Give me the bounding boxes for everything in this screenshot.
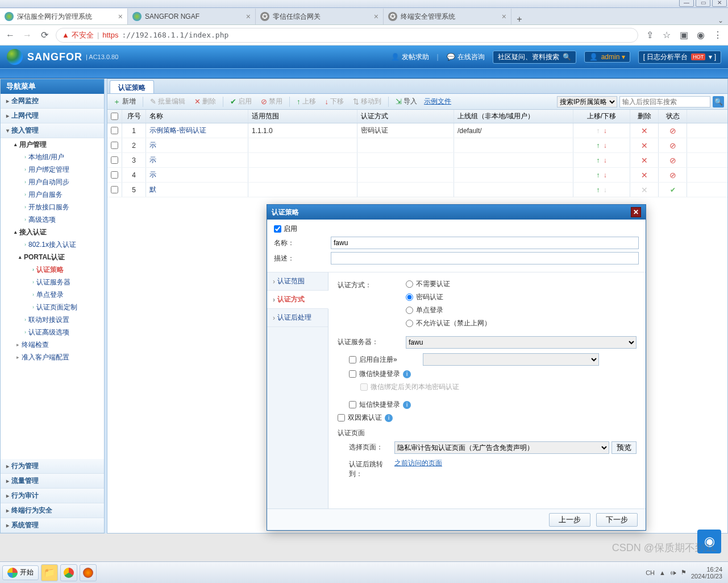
profile-icon[interactable]: ◉ <box>695 30 706 40</box>
share-icon[interactable]: ⇪ <box>644 30 655 40</box>
desc-input[interactable] <box>331 252 639 264</box>
sidebar-cat-behavior[interactable]: 行为管理 <box>1 459 104 474</box>
sidebar-item-auto-sync[interactable]: 用户自动同步 <box>19 176 104 188</box>
self-reg-select[interactable] <box>423 353 599 366</box>
taskbar-firefox-icon[interactable] <box>80 564 97 581</box>
auth-method-label: 认证方式： <box>338 279 406 290</box>
taskbar-chrome-icon[interactable] <box>60 564 77 581</box>
user-menu[interactable]: 👤admin ▾ <box>584 51 630 63</box>
sidebar-item-advanced[interactable]: 高级选项 <box>19 213 104 226</box>
sidebar-item-link-dock[interactable]: 联动对接设置 <box>19 313 104 326</box>
tab-overflow-button[interactable]: ⌄ <box>713 16 728 24</box>
step-post[interactable]: 认证后处理 <box>267 309 328 327</box>
tab-title: 深信服全网行为管理系统 <box>17 12 115 22</box>
sidebar-title: 导航菜单 <box>1 79 104 94</box>
sidebar-item-self-service[interactable]: 用户自服务 <box>19 188 104 201</box>
tab-close-icon[interactable]: × <box>374 12 378 21</box>
sidebar-group-user-mgmt[interactable]: 用户管理 <box>11 138 104 151</box>
online-consult-link[interactable]: 💬 在线咨询 <box>447 52 485 62</box>
content-panel: 认证策略 ＋新增 ✎批量编辑 ✕删除 ✔启用 ⊘禁用 ↑上移 ↓下移 ⇅移动到 … <box>107 78 728 534</box>
windows-logo-icon <box>7 568 18 578</box>
sidebar-cat-monitor[interactable]: 全网监控 <box>1 94 104 109</box>
sms-quick-checkbox[interactable] <box>349 401 356 408</box>
log-platform-link[interactable]: [ 日志分析平台 HOT ▾ ] <box>638 51 721 64</box>
tray-icon[interactable]: 🕪 <box>670 569 676 576</box>
tab-close-icon[interactable]: × <box>246 12 251 21</box>
sidebar-cat-terminal[interactable]: 终端行为安全 <box>1 503 104 518</box>
back-button[interactable]: ← <box>5 30 16 40</box>
browser-tab-3[interactable]: ✪ 零信任综合网关 × <box>256 9 384 24</box>
sidebar-item-open-api[interactable]: 开放接口服务 <box>19 201 104 213</box>
win-minimize-button[interactable]: — <box>679 0 694 7</box>
ime-indicator[interactable]: CH <box>646 569 655 576</box>
self-reg-checkbox[interactable] <box>349 356 356 363</box>
tray-icon[interactable]: ⚑ <box>681 569 687 576</box>
menu-icon[interactable]: ⋮ <box>712 30 723 40</box>
preview-button[interactable]: 预览 <box>611 441 637 454</box>
sidebar-item-client-cfg[interactable]: 准入客户端配置 <box>11 351 104 363</box>
sidebar-item-auth-adv[interactable]: 认证高级选项 <box>19 326 104 338</box>
name-input[interactable] <box>331 237 639 249</box>
prev-step-button[interactable]: 上一步 <box>549 513 590 527</box>
browser-tab-strip: 深信服全网行为管理系统 × SANGFOR NGAF × ✪ 零信任综合网关 ×… <box>0 8 728 25</box>
browser-tab-1[interactable]: 深信服全网行为管理系统 × <box>0 9 128 24</box>
two-factor-checkbox[interactable] <box>338 414 345 421</box>
new-tab-button[interactable]: + <box>511 14 527 24</box>
start-button[interactable]: 开始 <box>2 565 39 580</box>
sidebar-cat-traffic[interactable]: 流量管理 <box>1 474 104 489</box>
brand-version: | AC13.0.80 <box>86 53 118 60</box>
info-icon[interactable]: i <box>403 401 411 409</box>
dialog-titlebar[interactable]: 认证策略 ✕ <box>267 205 646 220</box>
sidebar-item-dot1x[interactable]: 802.1x接入认证 <box>19 238 104 251</box>
enable-checkbox[interactable] <box>274 225 281 233</box>
next-step-button[interactable]: 下一步 <box>596 513 638 527</box>
browser-tab-2[interactable]: SANGFOR NGAF × <box>128 9 256 24</box>
radio-pwd-auth[interactable] <box>406 293 413 301</box>
browser-tab-4[interactable]: ✪ 终端安全管理系统 × <box>384 9 511 24</box>
reload-button[interactable]: ⟳ <box>39 30 50 40</box>
info-icon[interactable]: i <box>385 414 393 422</box>
sidebar-group-access-auth[interactable]: 接入认证 <box>11 226 104 238</box>
sidebar-cat-system[interactable]: 系统管理 <box>1 518 104 533</box>
brand-name: SANGFOR <box>27 51 82 63</box>
extensions-icon[interactable]: ▣ <box>678 30 689 40</box>
step-method[interactable]: 认证方式 <box>267 291 328 309</box>
post-help-link[interactable]: 👤 发帖求助 <box>391 52 429 62</box>
community-search[interactable]: 社区疑问、资料搜索🔍 <box>493 51 576 64</box>
address-bar[interactable]: ▲ 不安全 | https://192.168.1.1/index.php <box>56 28 638 43</box>
auth-page-select[interactable]: 隐私审计告知认证页面（无广告含免责声明） <box>394 441 609 454</box>
sidebar-item-auth-server[interactable]: 认证服务器 <box>27 276 104 288</box>
sidebar-item-auth-policy[interactable]: 认证策略 <box>27 263 104 276</box>
os-window-chrome: — ▭ ✕ <box>0 0 728 8</box>
taskbar-explorer-icon[interactable]: 📁 <box>41 564 58 581</box>
browser-toolbar: ← → ⟳ ▲ 不安全 | https://192.168.1.1/index.… <box>0 25 728 46</box>
tray-icon[interactable]: ▲ <box>659 569 665 576</box>
win-close-button[interactable]: ✕ <box>712 0 727 7</box>
sidebar-item-bind-mgmt[interactable]: 用户绑定管理 <box>19 163 104 176</box>
redirect-link[interactable]: 之前访问的页面 <box>394 459 442 467</box>
sidebar-item-local-group[interactable]: 本地组/用户 <box>19 151 104 163</box>
tab-title: 终端安全管理系统 <box>401 12 498 22</box>
radio-sso[interactable] <box>406 307 413 314</box>
info-icon[interactable]: i <box>403 370 411 378</box>
os-taskbar: 开始 📁 CH ▲ 🕪 ⚑ 16:24 2024/10/23 <box>0 561 728 583</box>
dialog-close-button[interactable]: ✕ <box>631 207 641 217</box>
app-header: SANGFOR | AC13.0.80 👤 发帖求助 | 💬 在线咨询 社区疑问… <box>0 46 728 68</box>
auth-server-select[interactable]: fawu <box>406 336 637 349</box>
sidebar-item-page-custom[interactable]: 认证页面定制 <box>27 301 104 313</box>
tab-close-icon[interactable]: × <box>118 12 123 21</box>
step-scope[interactable]: 认证范围 <box>267 272 328 291</box>
sidebar-cat-access[interactable]: 接入管理 <box>1 123 104 138</box>
sidebar-cat-audit[interactable]: 行为审计 <box>1 489 104 503</box>
sidebar-cat-proxy[interactable]: 上网代理 <box>1 109 104 123</box>
sidebar-group-portal[interactable]: PORTAL认证 <box>19 251 104 263</box>
radio-deny[interactable] <box>406 320 413 327</box>
radio-no-auth[interactable] <box>406 280 413 288</box>
wechat-quick-checkbox[interactable] <box>349 370 356 378</box>
sidebar-item-term-check[interactable]: 终端检查 <box>11 338 104 351</box>
tab-close-icon[interactable]: × <box>502 12 506 21</box>
bookmark-icon[interactable]: ☆ <box>661 30 672 40</box>
system-tray[interactable]: CH ▲ 🕪 ⚑ 16:24 2024/10/23 <box>646 566 726 580</box>
sidebar-item-sso[interactable]: 单点登录 <box>27 288 104 301</box>
win-maximize-button[interactable]: ▭ <box>696 0 710 7</box>
